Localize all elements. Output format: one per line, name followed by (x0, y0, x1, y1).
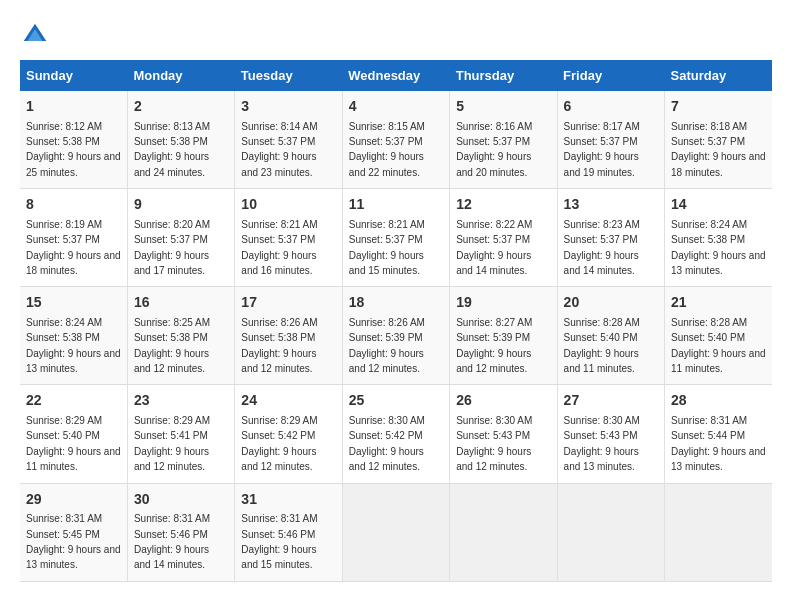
day-info: Sunrise: 8:17 AMSunset: 5:37 PMDaylight:… (564, 121, 640, 178)
day-number: 30 (134, 490, 228, 510)
day-info: Sunrise: 8:18 AMSunset: 5:37 PMDaylight:… (671, 121, 766, 178)
calendar-cell: 24 Sunrise: 8:29 AMSunset: 5:42 PMDaylig… (235, 385, 342, 483)
day-number: 7 (671, 97, 766, 117)
day-number: 16 (134, 293, 228, 313)
page-header (20, 20, 772, 50)
day-number: 23 (134, 391, 228, 411)
calendar-week-2: 8 Sunrise: 8:19 AMSunset: 5:37 PMDayligh… (20, 189, 772, 287)
day-number: 19 (456, 293, 550, 313)
calendar-cell: 6 Sunrise: 8:17 AMSunset: 5:37 PMDayligh… (557, 91, 664, 189)
day-info: Sunrise: 8:31 AMSunset: 5:45 PMDaylight:… (26, 513, 121, 570)
day-info: Sunrise: 8:30 AMSunset: 5:43 PMDaylight:… (456, 415, 532, 472)
calendar-week-1: 1 Sunrise: 8:12 AMSunset: 5:38 PMDayligh… (20, 91, 772, 189)
day-header-monday: Monday (127, 60, 234, 91)
day-info: Sunrise: 8:24 AMSunset: 5:38 PMDaylight:… (671, 219, 766, 276)
day-info: Sunrise: 8:16 AMSunset: 5:37 PMDaylight:… (456, 121, 532, 178)
day-header-saturday: Saturday (665, 60, 772, 91)
day-info: Sunrise: 8:19 AMSunset: 5:37 PMDaylight:… (26, 219, 121, 276)
day-info: Sunrise: 8:29 AMSunset: 5:42 PMDaylight:… (241, 415, 317, 472)
calendar-cell: 4 Sunrise: 8:15 AMSunset: 5:37 PMDayligh… (342, 91, 449, 189)
calendar-cell: 25 Sunrise: 8:30 AMSunset: 5:42 PMDaylig… (342, 385, 449, 483)
calendar-week-4: 22 Sunrise: 8:29 AMSunset: 5:40 PMDaylig… (20, 385, 772, 483)
day-info: Sunrise: 8:12 AMSunset: 5:38 PMDaylight:… (26, 121, 121, 178)
day-number: 6 (564, 97, 658, 117)
calendar-cell: 28 Sunrise: 8:31 AMSunset: 5:44 PMDaylig… (665, 385, 772, 483)
calendar-cell: 13 Sunrise: 8:23 AMSunset: 5:37 PMDaylig… (557, 189, 664, 287)
day-number: 3 (241, 97, 335, 117)
day-info: Sunrise: 8:22 AMSunset: 5:37 PMDaylight:… (456, 219, 532, 276)
day-number: 26 (456, 391, 550, 411)
calendar-cell (450, 483, 557, 581)
day-info: Sunrise: 8:23 AMSunset: 5:37 PMDaylight:… (564, 219, 640, 276)
day-number: 20 (564, 293, 658, 313)
calendar-cell (665, 483, 772, 581)
day-number: 21 (671, 293, 766, 313)
day-number: 22 (26, 391, 121, 411)
logo-icon (20, 20, 50, 50)
calendar-cell: 8 Sunrise: 8:19 AMSunset: 5:37 PMDayligh… (20, 189, 127, 287)
day-info: Sunrise: 8:30 AMSunset: 5:43 PMDaylight:… (564, 415, 640, 472)
calendar-cell: 9 Sunrise: 8:20 AMSunset: 5:37 PMDayligh… (127, 189, 234, 287)
day-number: 15 (26, 293, 121, 313)
day-header-wednesday: Wednesday (342, 60, 449, 91)
calendar-cell: 21 Sunrise: 8:28 AMSunset: 5:40 PMDaylig… (665, 287, 772, 385)
day-number: 14 (671, 195, 766, 215)
day-info: Sunrise: 8:13 AMSunset: 5:38 PMDaylight:… (134, 121, 210, 178)
calendar-table: SundayMondayTuesdayWednesdayThursdayFrid… (20, 60, 772, 582)
day-number: 24 (241, 391, 335, 411)
day-info: Sunrise: 8:28 AMSunset: 5:40 PMDaylight:… (671, 317, 766, 374)
day-number: 2 (134, 97, 228, 117)
day-info: Sunrise: 8:31 AMSunset: 5:46 PMDaylight:… (241, 513, 317, 570)
day-info: Sunrise: 8:29 AMSunset: 5:40 PMDaylight:… (26, 415, 121, 472)
day-number: 27 (564, 391, 658, 411)
calendar-cell: 5 Sunrise: 8:16 AMSunset: 5:37 PMDayligh… (450, 91, 557, 189)
day-info: Sunrise: 8:25 AMSunset: 5:38 PMDaylight:… (134, 317, 210, 374)
calendar-cell (557, 483, 664, 581)
day-number: 9 (134, 195, 228, 215)
day-header-thursday: Thursday (450, 60, 557, 91)
calendar-cell: 27 Sunrise: 8:30 AMSunset: 5:43 PMDaylig… (557, 385, 664, 483)
day-number: 31 (241, 490, 335, 510)
day-number: 8 (26, 195, 121, 215)
day-info: Sunrise: 8:24 AMSunset: 5:38 PMDaylight:… (26, 317, 121, 374)
day-header-sunday: Sunday (20, 60, 127, 91)
day-info: Sunrise: 8:26 AMSunset: 5:39 PMDaylight:… (349, 317, 425, 374)
day-info: Sunrise: 8:27 AMSunset: 5:39 PMDaylight:… (456, 317, 532, 374)
day-number: 29 (26, 490, 121, 510)
day-info: Sunrise: 8:20 AMSunset: 5:37 PMDaylight:… (134, 219, 210, 276)
logo (20, 20, 54, 50)
day-info: Sunrise: 8:30 AMSunset: 5:42 PMDaylight:… (349, 415, 425, 472)
day-number: 11 (349, 195, 443, 215)
day-info: Sunrise: 8:31 AMSunset: 5:44 PMDaylight:… (671, 415, 766, 472)
calendar-cell: 20 Sunrise: 8:28 AMSunset: 5:40 PMDaylig… (557, 287, 664, 385)
calendar-cell: 7 Sunrise: 8:18 AMSunset: 5:37 PMDayligh… (665, 91, 772, 189)
calendar-cell: 11 Sunrise: 8:21 AMSunset: 5:37 PMDaylig… (342, 189, 449, 287)
calendar-cell: 29 Sunrise: 8:31 AMSunset: 5:45 PMDaylig… (20, 483, 127, 581)
calendar-cell: 30 Sunrise: 8:31 AMSunset: 5:46 PMDaylig… (127, 483, 234, 581)
calendar-cell: 15 Sunrise: 8:24 AMSunset: 5:38 PMDaylig… (20, 287, 127, 385)
day-info: Sunrise: 8:29 AMSunset: 5:41 PMDaylight:… (134, 415, 210, 472)
calendar-cell: 23 Sunrise: 8:29 AMSunset: 5:41 PMDaylig… (127, 385, 234, 483)
day-info: Sunrise: 8:28 AMSunset: 5:40 PMDaylight:… (564, 317, 640, 374)
calendar-cell (342, 483, 449, 581)
calendar-cell: 31 Sunrise: 8:31 AMSunset: 5:46 PMDaylig… (235, 483, 342, 581)
day-number: 1 (26, 97, 121, 117)
calendar-week-5: 29 Sunrise: 8:31 AMSunset: 5:45 PMDaylig… (20, 483, 772, 581)
calendar-cell: 16 Sunrise: 8:25 AMSunset: 5:38 PMDaylig… (127, 287, 234, 385)
calendar-cell: 1 Sunrise: 8:12 AMSunset: 5:38 PMDayligh… (20, 91, 127, 189)
calendar-cell: 19 Sunrise: 8:27 AMSunset: 5:39 PMDaylig… (450, 287, 557, 385)
day-number: 25 (349, 391, 443, 411)
day-number: 17 (241, 293, 335, 313)
day-header-tuesday: Tuesday (235, 60, 342, 91)
day-info: Sunrise: 8:14 AMSunset: 5:37 PMDaylight:… (241, 121, 317, 178)
day-info: Sunrise: 8:31 AMSunset: 5:46 PMDaylight:… (134, 513, 210, 570)
calendar-cell: 14 Sunrise: 8:24 AMSunset: 5:38 PMDaylig… (665, 189, 772, 287)
day-number: 4 (349, 97, 443, 117)
day-number: 12 (456, 195, 550, 215)
calendar-cell: 22 Sunrise: 8:29 AMSunset: 5:40 PMDaylig… (20, 385, 127, 483)
day-header-friday: Friday (557, 60, 664, 91)
day-number: 28 (671, 391, 766, 411)
day-info: Sunrise: 8:21 AMSunset: 5:37 PMDaylight:… (349, 219, 425, 276)
day-number: 13 (564, 195, 658, 215)
calendar-cell: 26 Sunrise: 8:30 AMSunset: 5:43 PMDaylig… (450, 385, 557, 483)
